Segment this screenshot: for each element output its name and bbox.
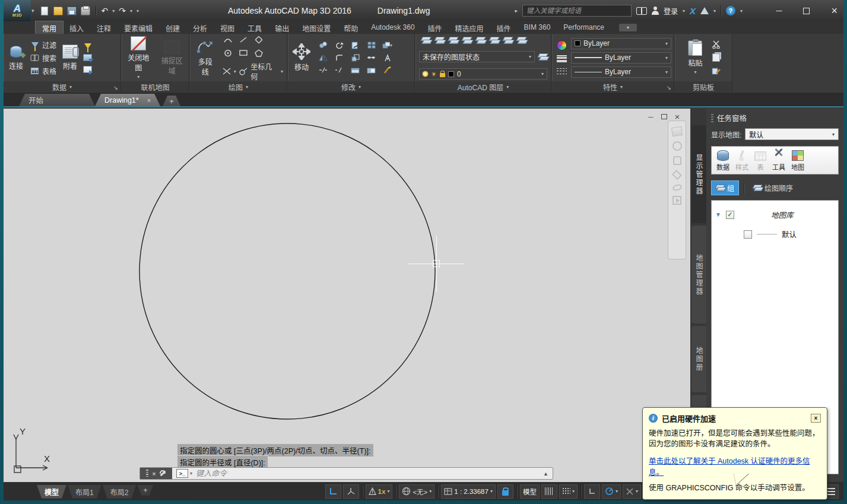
linetype-dropdown[interactable]: ByLayer ▾ bbox=[571, 66, 671, 78]
connect-button[interactable]: + 连接 bbox=[6, 43, 26, 72]
dialog-launcher-icon[interactable]: ↘ bbox=[113, 84, 118, 91]
layer-off-icon[interactable] bbox=[462, 37, 471, 43]
panel-title-layers[interactable]: AutoCAD 图层 ▾ bbox=[415, 81, 551, 92]
grid-display-button[interactable] bbox=[541, 484, 557, 499]
side-tab-map-book[interactable]: 地图册 bbox=[691, 326, 706, 392]
close-button[interactable]: × bbox=[831, 5, 838, 17]
panel-title-online-map[interactable]: 联机地图 bbox=[122, 81, 189, 92]
scale-icon[interactable] bbox=[350, 53, 360, 62]
application-menu-button[interactable]: A M3D bbox=[4, 0, 31, 21]
panel-title-modify[interactable]: 修改 ▾ bbox=[288, 81, 414, 92]
zoom-icon[interactable] bbox=[672, 170, 682, 179]
import-file-icon[interactable] bbox=[83, 65, 93, 74]
table-button[interactable]: 表格 bbox=[28, 65, 58, 77]
ribbon-tab-autodesk360[interactable]: Autodesk 360 bbox=[364, 21, 421, 34]
infocenter-collapse-icon[interactable]: ▸ bbox=[515, 8, 518, 14]
tab-drawing1[interactable]: Drawing1* × bbox=[95, 94, 160, 106]
panel-title-clipboard[interactable]: 剪贴板 bbox=[675, 81, 732, 92]
ribbon-tab-feature-edit[interactable]: 要素编辑 bbox=[118, 21, 159, 34]
a360-icon[interactable] bbox=[700, 7, 709, 14]
annotation-scale-button[interactable]: 1x ▾ bbox=[366, 484, 393, 499]
draw-order-tab[interactable]: 绘图顺序 bbox=[749, 181, 797, 195]
signin-chevron-icon[interactable]: ▾ bbox=[683, 8, 685, 14]
layer-isolate-icon[interactable] bbox=[435, 37, 444, 43]
layer-thaw-icon[interactable]: ☀ bbox=[431, 71, 437, 77]
wrench-icon[interactable] bbox=[160, 470, 166, 477]
orbit-icon[interactable] bbox=[671, 183, 682, 192]
tree-expand-icon[interactable]: ▼ bbox=[715, 211, 721, 218]
ribbon-tab-create[interactable]: 创建 bbox=[159, 21, 186, 34]
match-properties-icon[interactable] bbox=[711, 66, 721, 75]
color-wheel-icon[interactable] bbox=[557, 40, 567, 50]
maximize-button[interactable] bbox=[803, 8, 810, 14]
display-map-dropdown[interactable]: 默认 ▾ bbox=[745, 128, 839, 140]
ribbon-tab-plugins[interactable]: 插件 bbox=[421, 21, 449, 34]
lineweight-icon[interactable] bbox=[557, 55, 567, 63]
save-icon[interactable] bbox=[67, 7, 77, 15]
ortho-mode-button[interactable] bbox=[325, 484, 341, 499]
layer-walk-icon[interactable] bbox=[517, 37, 526, 43]
overlap-icon[interactable]: ▾ bbox=[382, 41, 392, 50]
help-chevron-icon[interactable]: ▾ bbox=[740, 8, 743, 14]
viewcube-icon[interactable] bbox=[671, 126, 683, 137]
copy-clip-icon[interactable] bbox=[712, 53, 720, 62]
brush-icon[interactable] bbox=[382, 66, 392, 75]
drawing-canvas[interactable]: ─ × Y X bbox=[4, 109, 690, 482]
viewport-scale-button[interactable]: 1 : 2.33687 ▾ bbox=[441, 484, 496, 499]
object-color-dropdown[interactable]: ByLayer ▾ bbox=[571, 38, 671, 49]
new-file-icon[interactable] bbox=[41, 7, 48, 15]
break-icon[interactable] bbox=[318, 66, 328, 75]
edit-hatch-icon[interactable] bbox=[366, 66, 376, 75]
pan-icon[interactable] bbox=[673, 156, 681, 165]
panel-title-properties[interactable]: 特性 ▾ ↘ bbox=[552, 81, 674, 92]
show-motion-icon[interactable] bbox=[672, 196, 681, 205]
polar-tracking-button[interactable]: ▾ bbox=[602, 484, 621, 499]
ribbon-tab-annotate[interactable]: 注释 bbox=[90, 21, 118, 34]
circle-icon[interactable] bbox=[223, 49, 233, 58]
open-file-icon[interactable] bbox=[53, 7, 63, 15]
cut-icon[interactable] bbox=[711, 40, 721, 49]
tools-tool-button[interactable]: 工具 bbox=[772, 150, 785, 172]
arc-icon[interactable] bbox=[223, 36, 233, 45]
ribbon-tab-analyze[interactable]: 分析 bbox=[186, 21, 214, 34]
panel-title-data[interactable]: 数据 ▾ ↘ bbox=[4, 81, 120, 92]
attach-button[interactable]: 附着 bbox=[60, 43, 80, 72]
rectangle-icon[interactable] bbox=[239, 49, 249, 58]
help-icon[interactable]: ? bbox=[726, 6, 735, 15]
edit-polyline-icon[interactable] bbox=[350, 66, 360, 75]
tree-row-child[interactable]: 默认 bbox=[744, 229, 835, 240]
layer-state-dropdown[interactable]: 未保存的图层状态 ▾ bbox=[419, 51, 535, 62]
layer-previous-icon[interactable] bbox=[503, 37, 512, 43]
polygon-icon[interactable] bbox=[254, 49, 264, 58]
layer-properties-icon[interactable] bbox=[421, 37, 430, 43]
object-snap-tracking-button[interactable]: ▾ bbox=[623, 484, 641, 499]
isometric-drafting-button[interactable] bbox=[343, 484, 359, 499]
search-binoculars-icon[interactable] bbox=[636, 7, 647, 14]
layout-tab-model[interactable]: 模型 bbox=[37, 485, 66, 499]
command-line-bar[interactable]: × >_ ▾ ▲ bbox=[139, 467, 553, 480]
new-drawing-tab-button[interactable]: + bbox=[163, 96, 180, 106]
layer-unlock-icon[interactable] bbox=[440, 73, 445, 77]
ribbon-tab-help[interactable]: 帮助 bbox=[337, 21, 364, 34]
tree-child-label[interactable]: 默认 bbox=[782, 229, 797, 240]
ribbon-tab-home[interactable]: 常用 bbox=[36, 21, 63, 34]
tab-start[interactable]: 开始 bbox=[19, 94, 95, 106]
ribbon-tab-insert[interactable]: 插入 bbox=[63, 21, 90, 34]
print-icon[interactable] bbox=[81, 7, 90, 15]
paste-button[interactable]: 粘贴 ▾ bbox=[686, 39, 705, 76]
ribbon-tab-view[interactable]: 视图 bbox=[214, 21, 241, 34]
mirror-icon[interactable] bbox=[318, 53, 328, 62]
app-menu-chevron-icon[interactable]: ▾ bbox=[31, 8, 34, 14]
viewport-restore-icon[interactable] bbox=[661, 114, 667, 119]
command-prompt-icon[interactable]: >_ bbox=[176, 469, 188, 478]
undo-chevron-icon[interactable]: ▾ bbox=[112, 8, 115, 14]
command-line-grip[interactable]: × bbox=[140, 468, 172, 479]
cogo-button[interactable]: ▾ 坐标几何 ▾ bbox=[220, 61, 284, 82]
exchange-apps-icon[interactable]: X bbox=[690, 6, 696, 16]
tab-close-icon[interactable]: × bbox=[147, 97, 151, 104]
search-button[interactable]: 搜索 bbox=[28, 52, 58, 64]
ribbon-tab-featured-apps[interactable]: 精选应用 bbox=[449, 21, 490, 34]
dynamic-ucs-button[interactable] bbox=[584, 484, 600, 499]
layer-freeze-icon[interactable] bbox=[449, 37, 458, 43]
copy-icon[interactable] bbox=[318, 41, 328, 50]
